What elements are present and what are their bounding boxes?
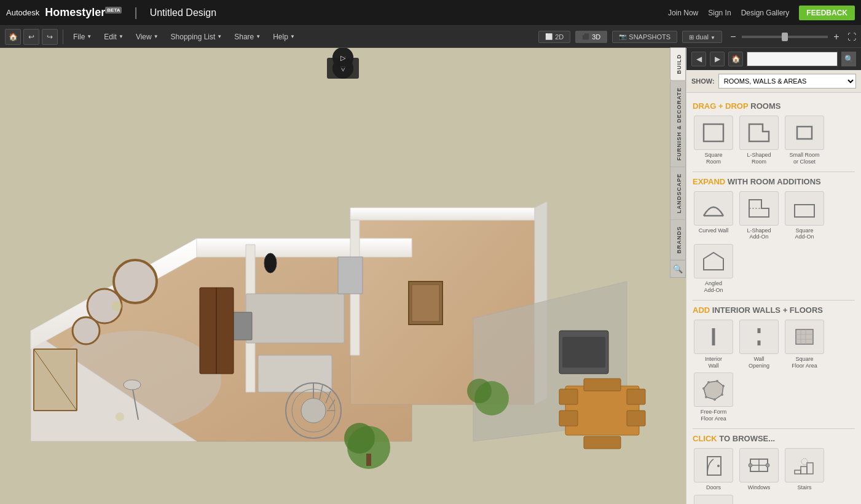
square-room-label: SquareRoom bbox=[704, 152, 722, 165]
doors-item[interactable]: Doors bbox=[693, 448, 734, 491]
divider-3 bbox=[693, 428, 855, 429]
doors-icon bbox=[694, 448, 733, 482]
stairs-item[interactable]: Stairs bbox=[784, 448, 825, 491]
panel-forward-button[interactable]: ▶ bbox=[710, 52, 725, 66]
l-shaped-room-item[interactable]: L-ShapedRoom bbox=[738, 116, 780, 165]
search-tab[interactable]: 🔍 bbox=[670, 260, 686, 278]
logo-text: Autodesk HomestylerBETA bbox=[6, 6, 122, 19]
zoom-bar: − + bbox=[727, 31, 843, 42]
fireplaces-item[interactable]: Fireplaces bbox=[693, 495, 734, 504]
svg-rect-85 bbox=[801, 467, 807, 474]
toolbar-separator-1 bbox=[63, 30, 63, 44]
zoom-in-button[interactable]: + bbox=[830, 31, 843, 42]
small-room-item[interactable]: Small Roomor Closet bbox=[784, 116, 825, 165]
edit-arrow: ▼ bbox=[119, 34, 124, 39]
l-shaped-addon-icon bbox=[739, 191, 779, 226]
svg-rect-30 bbox=[559, 411, 578, 426]
panel-search-button[interactable]: 🔍 bbox=[841, 52, 856, 66]
build-tab[interactable]: BUILD bbox=[670, 48, 686, 81]
home-button[interactable]: 🏠 bbox=[5, 29, 21, 45]
svg-point-35 bbox=[114, 260, 157, 303]
brand-name: Autodesk bbox=[6, 8, 39, 17]
browse-title: CLICK TO BROWSE... bbox=[693, 434, 855, 443]
svg-rect-11 bbox=[246, 294, 344, 343]
shopping-list-menu[interactable]: Shopping List ▼ bbox=[166, 30, 227, 44]
interior-wall-item[interactable]: InteriorWall bbox=[693, 320, 734, 369]
wall-opening-icon bbox=[739, 320, 779, 354]
undo-button[interactable]: ↩ bbox=[23, 29, 39, 45]
landscape-tab[interactable]: LANDSCAPE bbox=[670, 167, 686, 220]
share-menu[interactable]: Share ▼ bbox=[229, 30, 265, 44]
redo-button[interactable]: ↪ bbox=[42, 29, 58, 45]
svg-rect-25 bbox=[366, 454, 371, 466]
sign-in-link[interactable]: Sign In bbox=[708, 9, 731, 17]
file-menu[interactable]: File ▼ bbox=[68, 30, 96, 44]
feedback-button[interactable]: FEEDBACK bbox=[799, 6, 855, 20]
furnish-tab[interactable]: FURNISH & DECORATE bbox=[670, 81, 686, 167]
svg-point-46 bbox=[264, 253, 277, 273]
freeform-floor-item[interactable]: Free-FormFloor Area bbox=[693, 372, 734, 422]
svg-rect-29 bbox=[559, 389, 578, 404]
svg-point-72 bbox=[707, 381, 710, 384]
square-room-item[interactable]: SquareRoom bbox=[693, 116, 734, 165]
svg-point-44 bbox=[112, 301, 122, 311]
windows-item[interactable]: Windows bbox=[738, 448, 780, 491]
join-now-link[interactable]: Join Now bbox=[668, 9, 698, 17]
small-room-label: Small Roomor Closet bbox=[789, 152, 819, 165]
shopping-arrow: ▼ bbox=[217, 34, 222, 39]
help-menu[interactable]: Help ▼ bbox=[268, 30, 300, 44]
l-shaped-room-icon bbox=[739, 116, 779, 150]
show-label: SHOW: bbox=[691, 77, 715, 85]
side-tab-container: BUILD FURNISH & DECORATE LANDSCAPE BRAND… bbox=[670, 48, 686, 278]
show-select[interactable]: ROOMS, WALLS & AREAS ROOMS ONLY WALLS ON… bbox=[718, 74, 856, 89]
zoom-out-button[interactable]: − bbox=[727, 31, 739, 42]
wall-opening-item[interactable]: WallOpening bbox=[738, 320, 780, 369]
canvas-area[interactable]: ◁ △ ⊙ ▽ ▷ bbox=[0, 48, 686, 504]
panel-home-button[interactable]: 🏠 bbox=[728, 52, 743, 66]
angled-addon-item[interactable]: AngledAdd-On bbox=[693, 244, 734, 294]
square-room-icon bbox=[694, 116, 733, 150]
square-addon-item[interactable]: SquareAdd-On bbox=[784, 191, 825, 241]
doors-label: Doors bbox=[706, 484, 721, 491]
svg-rect-57 bbox=[795, 205, 814, 217]
svg-rect-48 bbox=[412, 285, 439, 321]
snapshots-button[interactable]: 📷 SNAPSHOTS bbox=[612, 31, 677, 43]
logo-divider: | bbox=[134, 6, 137, 20]
curved-wall-item[interactable]: Curved Wall bbox=[693, 191, 734, 241]
panel-search-input[interactable] bbox=[747, 52, 838, 66]
svg-point-45 bbox=[116, 412, 124, 421]
curved-wall-icon bbox=[694, 191, 733, 226]
view-2d-button[interactable]: ⬜ 2D bbox=[538, 31, 570, 43]
view-menu[interactable]: View ▼ bbox=[131, 30, 163, 44]
square-floor-item[interactable]: SquareFloor Area bbox=[784, 320, 825, 369]
svg-point-83 bbox=[766, 463, 769, 467]
view-toggle: ⬜ 2D ⬛ 3D 📷 SNAPSHOTS ⊞ dual ▼ − + ⛶ bbox=[538, 31, 856, 43]
top-bar: Autodesk HomestylerBETA | Untitled Desig… bbox=[0, 0, 861, 26]
dual-button[interactable]: ⊞ dual ▼ bbox=[682, 31, 722, 43]
svg-point-70 bbox=[705, 396, 707, 398]
fullscreen-button[interactable]: ⛶ bbox=[847, 32, 856, 42]
svg-rect-34 bbox=[584, 436, 621, 449]
svg-point-50 bbox=[124, 380, 141, 390]
svg-marker-5 bbox=[197, 238, 412, 257]
interior-items: InteriorWall WallOpening bbox=[693, 320, 855, 422]
svg-rect-14 bbox=[338, 257, 363, 294]
svg-rect-84 bbox=[795, 470, 801, 474]
divider-1 bbox=[693, 171, 855, 172]
orbit-right-button[interactable]: ▷ bbox=[332, 48, 353, 68]
panel-content: DRAG + DROP ROOMS SquareRoom bbox=[686, 93, 861, 504]
brands-tab[interactable]: BRANDS bbox=[670, 220, 686, 261]
edit-menu[interactable]: Edit ▼ bbox=[99, 30, 128, 44]
l-shaped-addon-item[interactable]: L-ShapedAdd-On bbox=[738, 191, 780, 241]
square-addon-label: SquareAdd-On bbox=[795, 227, 814, 241]
zoom-slider[interactable] bbox=[742, 36, 828, 38]
l-shaped-addon-label: L-ShapedAdd-On bbox=[747, 227, 771, 241]
help-arrow: ▼ bbox=[290, 34, 295, 39]
svg-rect-27 bbox=[562, 337, 605, 368]
svg-point-73 bbox=[716, 380, 718, 382]
view-3d-button[interactable]: ⬛ 3D bbox=[575, 31, 607, 43]
design-gallery-link[interactable]: Design Gallery bbox=[741, 9, 790, 17]
show-row: SHOW: ROOMS, WALLS & AREAS ROOMS ONLY WA… bbox=[686, 70, 861, 93]
svg-rect-51 bbox=[704, 124, 723, 141]
panel-back-button[interactable]: ◀ bbox=[691, 52, 706, 66]
